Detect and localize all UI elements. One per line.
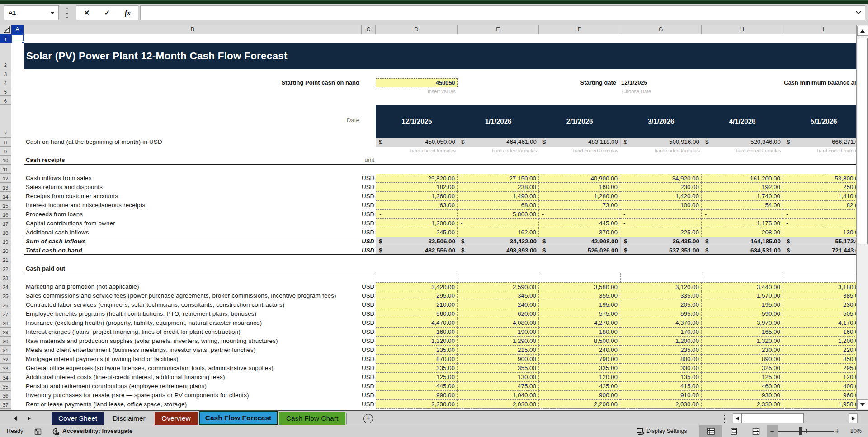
vscroll-up-button[interactable] [857, 26, 868, 36]
receipt-value-5-3[interactable]: - [620, 219, 702, 228]
receipt-value-5-4[interactable]: 1,175.00 [702, 219, 783, 228]
column-header-I[interactable]: I [783, 25, 864, 34]
receipt-value-5-5[interactable]: - [783, 219, 856, 228]
row-header-17[interactable]: 17 [0, 219, 11, 228]
receipt-value-3-5[interactable]: 82.00 [783, 201, 856, 210]
payment-value-2-1[interactable]: 240.00 [458, 300, 539, 309]
column-header-E[interactable]: E [458, 25, 539, 34]
payment-value-9-3[interactable]: 330.00 [620, 364, 702, 373]
payment-unit-1[interactable]: USD [362, 291, 374, 300]
formula-bar-handle-icon[interactable] [65, 8, 69, 18]
row-header-33[interactable]: 33 [0, 364, 11, 373]
sum-inflows-label-cell[interactable]: Sum of cash inflows [24, 237, 362, 246]
hard-coded-note-4[interactable]: hard coded formulas [702, 147, 783, 156]
payment-value-8-3[interactable]: 800.00 [620, 355, 702, 364]
month-header-1[interactable]: 1/1/2026 [458, 115, 539, 128]
tab-cash-flow-chart[interactable]: Cash Flow Chart [279, 412, 345, 425]
hard-coded-note-1[interactable]: hard coded formulas [458, 147, 539, 156]
starting-point-label-cell[interactable]: Starting Point cash on hand [24, 78, 362, 87]
payment-value-13-2[interactable]: 2,200.00 [539, 400, 620, 409]
row-header-16[interactable]: 16 [0, 210, 11, 219]
month-header-4[interactable]: 4/1/2026 [702, 115, 783, 128]
payment-value-9-2[interactable]: 335.00 [539, 364, 620, 373]
month-header-2[interactable]: 2/1/2026 [539, 115, 620, 128]
tab-cover-sheet[interactable]: Cover Sheet [52, 412, 104, 425]
payment-value-9-1[interactable]: 355.00 [458, 364, 539, 373]
row-header-20[interactable]: 20 [0, 246, 11, 255]
payment-value-7-2[interactable]: 240.00 [539, 346, 620, 355]
cancel-icon[interactable]: ✕ [84, 9, 90, 17]
payment-value-3-2[interactable]: 575.00 [539, 309, 620, 318]
row-header-27[interactable]: 27 [0, 309, 11, 318]
formula-bar-expand-icon[interactable] [856, 9, 861, 14]
receipt-unit-4[interactable]: USD [362, 210, 374, 219]
receipt-unit-2[interactable]: USD [362, 192, 374, 201]
payment-label-4[interactable]: Insurance (excluding health) (property, … [24, 318, 362, 328]
payment-value-3-3[interactable]: 595.00 [620, 309, 702, 318]
payment-label-8[interactable]: Mortgage interest payments (if owning la… [24, 355, 362, 364]
receipt-value-3-3[interactable]: 100.00 [620, 201, 702, 210]
receipt-label-2[interactable]: Receipts from customer accounts [24, 192, 362, 201]
vertical-scrollbar[interactable] [856, 25, 868, 410]
receipt-value-6-4[interactable]: 208.00 [702, 228, 783, 237]
cash-on-hand-value-1[interactable]: $464,461.00 [458, 138, 539, 147]
receipt-value-4-1[interactable]: 5,800.00 [458, 210, 539, 219]
receipt-value-1-0[interactable]: 182.00 [376, 183, 458, 192]
payment-value-5-4[interactable]: 165.00 [702, 328, 783, 337]
hard-coded-note-5[interactable]: hard coded formulas [783, 147, 856, 156]
receipt-value-2-2[interactable]: 1,280.00 [539, 192, 620, 201]
tab-cash-flow-forecast[interactable]: Cash Flow Forecast [199, 411, 278, 425]
payment-value-1-2[interactable]: 355.00 [539, 291, 620, 300]
receipt-value-1-2[interactable]: 160.00 [539, 183, 620, 192]
receipt-value-6-5[interactable]: 130.00 [783, 228, 856, 237]
payment-value-1-1[interactable]: 345.00 [458, 291, 539, 300]
new-sheet-button[interactable]: + [363, 414, 373, 423]
starting-date-label-cell[interactable]: Starting date [539, 78, 620, 87]
receipt-value-6-1[interactable]: 162.00 [458, 228, 539, 237]
receipt-value-2-4[interactable]: 1,740.00 [702, 192, 783, 201]
payment-value-5-3[interactable]: 170.00 [620, 328, 702, 337]
payment-value-7-1[interactable]: 215.00 [458, 346, 539, 355]
row-header-36[interactable]: 36 [0, 391, 11, 400]
tab-disclaimer[interactable]: Disclaimer [105, 412, 153, 425]
row-header-19[interactable]: 19 [0, 237, 11, 246]
payment-unit-7[interactable]: USD [362, 346, 374, 355]
payment-label-11[interactable]: Pension and retirement contributions (em… [24, 382, 362, 391]
sum-inflows-value-4[interactable]: $164,185.00 [702, 237, 783, 246]
payment-unit-8[interactable]: USD [362, 355, 374, 364]
receipt-value-4-0[interactable]: - [376, 210, 458, 219]
row-header-37[interactable]: 37 [0, 400, 11, 409]
hard-coded-note-2[interactable]: hard coded formulas [539, 147, 620, 156]
display-settings-icon[interactable] [636, 428, 645, 435]
formula-input[interactable] [140, 5, 865, 20]
payment-value-6-2[interactable]: 8,500.00 [539, 337, 620, 346]
row-header-31[interactable]: 31 [0, 346, 11, 355]
total-cash-unit-cell[interactable]: USD [362, 246, 374, 254]
row-header-4[interactable]: 4 [0, 78, 11, 87]
receipt-value-0-5[interactable]: 53,800.00 [783, 174, 856, 183]
receipt-label-6[interactable]: Additional cash inflows [24, 228, 362, 237]
payment-value-7-0[interactable]: 235.00 [376, 346, 458, 355]
receipt-value-4-3[interactable]: - [620, 210, 702, 219]
payment-label-6[interactable]: Raw materials and production supplies (s… [24, 337, 362, 346]
row-header-22[interactable]: 22 [0, 264, 11, 273]
cash-paid-out-header-cell[interactable]: Cash paid out [24, 264, 362, 273]
payment-value-4-4[interactable]: 3,970.00 [702, 318, 783, 328]
row-header-13[interactable]: 13 [0, 183, 11, 192]
payment-unit-4[interactable]: USD [362, 318, 374, 328]
payment-label-13[interactable]: Rent or lease payments (land lease, offi… [24, 400, 362, 409]
row-header-1[interactable]: 1 [0, 34, 11, 43]
hscroll-left-button[interactable] [733, 413, 742, 423]
payment-value-4-3[interactable]: 4,370.00 [620, 318, 702, 328]
accessibility-icon[interactable] [52, 427, 61, 436]
tab-nav-left[interactable] [12, 415, 18, 422]
row-header-7[interactable]: 7 [0, 105, 11, 138]
receipt-label-4[interactable]: Proceeds from loans [24, 210, 362, 219]
view-page-layout-button[interactable] [722, 425, 745, 437]
row-header-25[interactable]: 25 [0, 291, 11, 300]
payment-value-5-1[interactable]: 190.00 [458, 328, 539, 337]
sum-inflows-value-0[interactable]: $32,506.00 [376, 237, 458, 246]
payment-value-12-0[interactable]: 990.00 [376, 391, 458, 400]
receipt-value-4-4[interactable]: - [702, 210, 783, 219]
hard-coded-note-3[interactable]: hard coded formulas [620, 147, 702, 156]
